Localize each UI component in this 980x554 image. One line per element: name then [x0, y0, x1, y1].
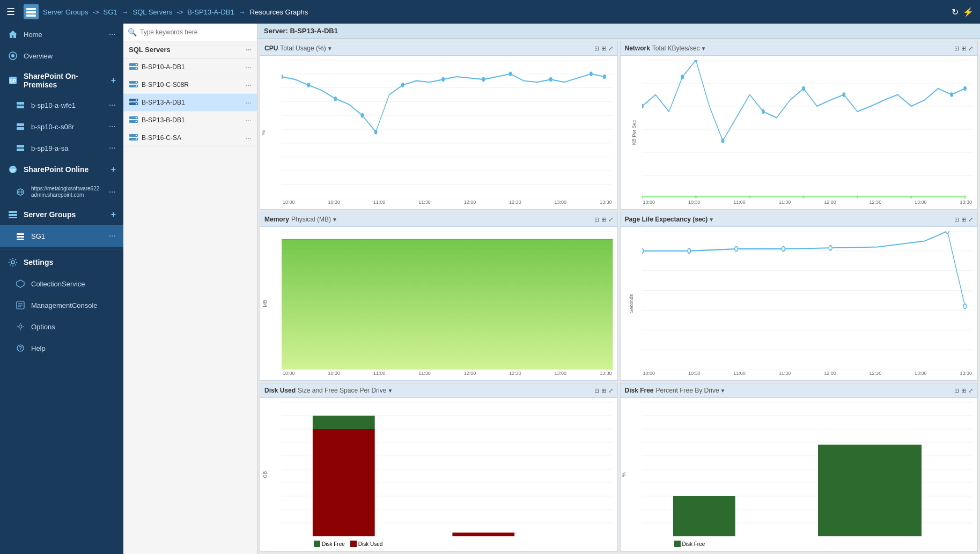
search-input[interactable]	[140, 28, 253, 36]
legend-disk-free: Disk Free	[314, 541, 345, 547]
network-chart-container: 1200 1000 800 600 400 200 0	[642, 60, 974, 198]
server-sp10adb1-menu[interactable]: ···	[245, 63, 252, 71]
page-life-y-label: Seconds	[628, 294, 633, 313]
cpu-dropdown[interactable]: ▼	[327, 46, 333, 51]
memory-expand[interactable]: ⤢	[608, 216, 613, 223]
sidebar-item-sp10-s08r[interactable]: b-sp10-c-s08r ···	[0, 116, 123, 137]
disk-used-dropdown[interactable]: ▼	[387, 388, 393, 394]
svg-point-75	[282, 75, 283, 79]
breadcrumb-resources: Resources Graphs	[250, 8, 308, 16]
sp10-wfe1-menu[interactable]: ···	[109, 100, 116, 110]
cpu-chart-svg: 100 90 80 70 60 50 40 30 20 10 0	[282, 60, 613, 198]
sidebar-item-overview[interactable]: Overview	[0, 45, 123, 67]
server-sp16csa-label: B-SP16-C-SA	[142, 134, 181, 142]
page-life-chart-container: 7000 6000 5000 4000 3000 2000 1000 0	[642, 231, 974, 370]
refresh-icon[interactable]: ↻	[952, 7, 959, 17]
breadcrumb-server-groups[interactable]: Server Groups	[43, 8, 89, 16]
svg-point-104	[721, 138, 724, 143]
server-sp13bdb1-menu[interactable]: ···	[245, 116, 252, 124]
disk-free-icon-1[interactable]: ⊡	[954, 387, 959, 394]
server-groups-label: Server Groups	[24, 210, 76, 219]
main-layout: Home ··· Overview SP SharePoint On-Premi…	[0, 24, 980, 554]
disk-used-icon-1[interactable]: ⊡	[594, 387, 599, 394]
sidebar-item-sp19[interactable]: b-sp19-a-sa ···	[0, 137, 123, 159]
sql-server-item-sp13bdb1[interactable]: B-SP13-B-DB1 ···	[123, 112, 257, 129]
server-sp16csa-menu[interactable]: ···	[245, 134, 252, 142]
sql-server-item-sp10adb1[interactable]: B-SP10-A-DB1 ···	[123, 58, 257, 76]
disk-used-expand[interactable]: ⤢	[608, 387, 613, 394]
page-life-dropdown[interactable]: ▼	[709, 217, 714, 223]
breadcrumb-sg1[interactable]: SG1	[103, 8, 117, 16]
home-label: Home	[24, 31, 104, 39]
svg-point-156	[782, 247, 785, 252]
sp19-menu[interactable]: ···	[109, 143, 116, 153]
sql-server-item-sp13adb1[interactable]: B-SP13-A-DB1 ···	[123, 94, 257, 112]
disk-used-chart-body: GB	[260, 398, 617, 551]
sp10-s08r-menu[interactable]: ···	[109, 122, 116, 131]
sql-section-menu[interactable]: ···	[246, 46, 252, 54]
memory-icon-2[interactable]: ⊞	[601, 216, 606, 223]
server-sp13adb1-menu[interactable]: ···	[245, 98, 252, 107]
filter-icon[interactable]: ⚡	[963, 7, 974, 17]
network-icon-2[interactable]: ⊞	[961, 45, 966, 52]
disk-free-expand[interactable]: ⤢	[968, 387, 973, 394]
page-life-icon-2[interactable]: ⊞	[961, 216, 966, 223]
memory-title-main: Memory	[264, 216, 289, 223]
menu-icon[interactable]: ☰	[6, 6, 15, 18]
server-header: Server: B-SP13-A-DB1	[257, 24, 980, 39]
svg-point-47	[136, 117, 137, 118]
sidebar-item-help[interactable]: ? Help	[0, 337, 123, 359]
sharepoint-online-add[interactable]: +	[111, 165, 116, 174]
cpu-icon-2[interactable]: ⊞	[601, 45, 606, 52]
page-life-x-axis: 10:00 10:30 11:00 11:30 12:00 12:30 13:0…	[642, 371, 974, 376]
sidebar-divider	[0, 249, 123, 249]
page-life-icon-1[interactable]: ⊡	[954, 216, 959, 223]
collection-label: CollectionService	[31, 280, 116, 288]
network-expand[interactable]: ⤢	[968, 45, 973, 52]
sidebar-item-sharepoint-onpremises[interactable]: SP SharePoint On-Premises +	[0, 67, 123, 94]
sql-server-item-sp10cs08r[interactable]: B-SP10-C-S08R ···	[123, 76, 257, 94]
svg-point-83	[509, 72, 512, 77]
sidebar-item-sp-online-url[interactable]: https://metalogixsoftware622-admin.share…	[0, 180, 123, 204]
sidebar-item-settings[interactable]: Settings	[0, 252, 123, 273]
svg-rect-20	[9, 217, 17, 218]
memory-dropdown[interactable]: ▼	[332, 217, 337, 223]
sharepoint-add[interactable]: +	[111, 76, 116, 85]
sidebar-item-management[interactable]: ManagementConsole	[0, 294, 123, 316]
svg-marker-25	[17, 280, 24, 287]
disk-free-icon-2[interactable]: ⊞	[961, 387, 966, 394]
breadcrumb-db1[interactable]: B-SP13-A-DB1	[187, 8, 234, 16]
memory-icon-1[interactable]: ⊡	[594, 216, 599, 223]
sidebar-item-sp10-wfe1[interactable]: b-sp10-a-wfe1 ···	[0, 94, 123, 116]
sidebar-item-options[interactable]: Options	[0, 316, 123, 337]
network-icon-1[interactable]: ⊡	[954, 45, 959, 52]
svg-text:?: ?	[19, 345, 22, 351]
home-menu[interactable]: ···	[109, 29, 116, 39]
sidebar-item-collection[interactable]: CollectionService	[0, 273, 123, 294]
svg-point-52	[136, 138, 137, 139]
disk-free-dropdown[interactable]: ▼	[720, 388, 726, 394]
memory-title-sub: Physical (MB)	[291, 216, 331, 223]
svg-point-113	[802, 195, 805, 198]
sp10-s08r-label: b-sp10-c-s08r	[31, 123, 104, 131]
server-groups-add[interactable]: +	[111, 210, 116, 219]
svg-rect-209	[673, 496, 735, 536]
server-sp10cs08r-menu[interactable]: ···	[245, 80, 252, 89]
cpu-icon-1[interactable]: ⊡	[594, 45, 599, 52]
cpu-expand[interactable]: ⤢	[608, 45, 613, 52]
sidebar-item-server-groups[interactable]: Server Groups +	[0, 204, 123, 225]
svg-rect-135	[282, 240, 613, 370]
disk-free-chart-container: 100 90 80 70 60 50 40 30 20 10 0	[642, 402, 974, 536]
sidebar-item-home[interactable]: Home ···	[0, 24, 123, 45]
network-dropdown[interactable]: ▼	[701, 46, 706, 51]
disk-used-icon-2[interactable]: ⊞	[601, 387, 606, 394]
sidebar-item-sharepoint-online[interactable]: SP SharePoint Online +	[0, 159, 123, 180]
sp-online-menu[interactable]: ···	[109, 187, 116, 197]
disk-used-chart-panel: Disk Used Size and Free Space Per Drive …	[260, 383, 618, 552]
sql-section-label: SQL Servers	[129, 46, 171, 54]
sg1-menu[interactable]: ···	[109, 231, 116, 241]
sidebar-item-sg1[interactable]: SG1 ···	[0, 225, 123, 247]
page-life-expand[interactable]: ⤢	[968, 216, 973, 223]
cpu-title-main: CPU	[264, 45, 278, 52]
sql-server-item-sp16csa[interactable]: B-SP16-C-SA ···	[123, 129, 257, 147]
